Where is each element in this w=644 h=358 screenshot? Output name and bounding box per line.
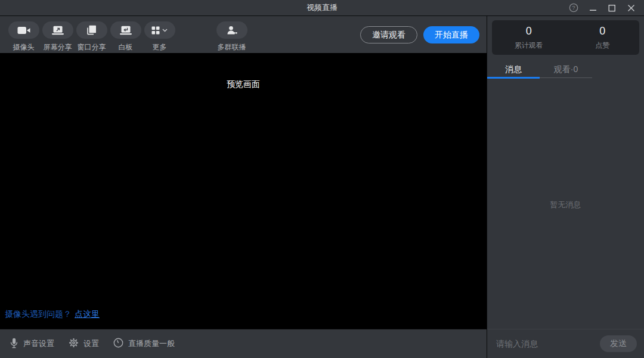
- tab-viewers[interactable]: 观看·0: [540, 59, 592, 80]
- sound-settings-label: 声音设置: [23, 338, 54, 349]
- stream-quality-indicator[interactable]: 直播质量一般: [113, 338, 175, 350]
- screen-share-icon: [42, 21, 73, 39]
- tool-whiteboard-label: 白板: [119, 42, 133, 52]
- tool-screen-share[interactable]: 屏幕分享: [41, 21, 75, 52]
- stream-quality-label: 直播质量一般: [128, 338, 175, 349]
- more-grid-icon: [144, 21, 175, 39]
- video-preview: 预览画面 摄像头遇到问题？点这里: [0, 53, 487, 329]
- camera-help-question: 摄像头遇到问题？: [5, 309, 72, 319]
- minimize-icon[interactable]: [586, 2, 600, 14]
- settings-button[interactable]: 设置: [69, 338, 99, 350]
- tool-more-label: 更多: [153, 42, 167, 52]
- tool-multi-group[interactable]: 多群联播: [215, 21, 249, 52]
- likes-label: 点赞: [566, 41, 640, 51]
- tab-messages[interactable]: 消息: [487, 59, 540, 80]
- window-controls: ?: [566, 2, 644, 14]
- total-views-value: 0: [492, 25, 566, 38]
- left-column: 摄像头 屏幕分享 窗口分享: [0, 16, 487, 358]
- start-live-button[interactable]: 开始直播: [423, 26, 479, 43]
- toolbar-actions: 邀请观看 开始直播: [360, 26, 479, 43]
- toolbar: 摄像头 屏幕分享 窗口分享: [0, 16, 487, 53]
- sound-settings-button[interactable]: 声音设置: [10, 338, 54, 350]
- chevron-down-icon: [162, 29, 168, 32]
- main-area: 摄像头 屏幕分享 窗口分享: [0, 16, 644, 358]
- statusbar: 声音设置 设置 直播质量一般: [0, 329, 487, 358]
- tool-window-share[interactable]: 窗口分享: [75, 21, 109, 52]
- chat-panel: 0 累计观看 0 点赞 消息 观看·0 暂无消息 发送: [487, 16, 644, 358]
- multi-group-icon: [216, 21, 247, 39]
- titlebar: 视频直播 ?: [0, 0, 644, 16]
- tool-multi-group-label: 多群联播: [218, 42, 246, 52]
- tool-screen-share-label: 屏幕分享: [44, 42, 72, 52]
- window-share-icon: [76, 21, 107, 39]
- tool-camera[interactable]: 摄像头: [7, 21, 41, 52]
- maximize-icon[interactable]: [605, 2, 619, 14]
- close-icon[interactable]: [624, 2, 638, 14]
- microphone-icon: [10, 338, 18, 350]
- help-icon[interactable]: ?: [566, 2, 581, 14]
- empty-message-text: 暂无消息: [550, 200, 581, 210]
- whiteboard-icon: [110, 21, 141, 39]
- message-input[interactable]: [496, 339, 595, 348]
- tool-more[interactable]: 更多: [143, 21, 177, 52]
- total-views-stat: 0 累计观看: [492, 25, 566, 51]
- stats-card: 0 累计观看 0 点赞: [492, 20, 639, 55]
- gear-icon: [69, 338, 79, 350]
- preview-placeholder-text: 预览画面: [0, 79, 487, 90]
- chat-tabs: 消息 观看·0: [487, 59, 644, 80]
- invite-viewers-button[interactable]: 邀请观看: [360, 26, 417, 43]
- total-views-label: 累计观看: [492, 41, 566, 51]
- camera-help-link[interactable]: 点这里: [75, 309, 100, 319]
- tool-camera-label: 摄像头: [13, 42, 35, 52]
- tool-window-share-label: 窗口分享: [78, 42, 106, 52]
- live-stream-window: 视频直播 ? 摄像头: [0, 0, 644, 358]
- tool-whiteboard[interactable]: 白板: [109, 21, 143, 52]
- settings-label: 设置: [83, 338, 99, 349]
- message-list: 暂无消息: [487, 80, 644, 329]
- camera-help: 摄像头遇到问题？点这里: [5, 309, 100, 320]
- message-input-bar: 发送: [487, 329, 644, 358]
- window-title: 视频直播: [0, 2, 644, 13]
- svg-text:?: ?: [572, 4, 575, 11]
- quality-gauge-icon: [113, 338, 123, 350]
- likes-stat: 0 点赞: [566, 25, 640, 51]
- send-button[interactable]: 发送: [600, 335, 637, 352]
- camera-icon: [8, 21, 39, 39]
- likes-value: 0: [566, 25, 640, 38]
